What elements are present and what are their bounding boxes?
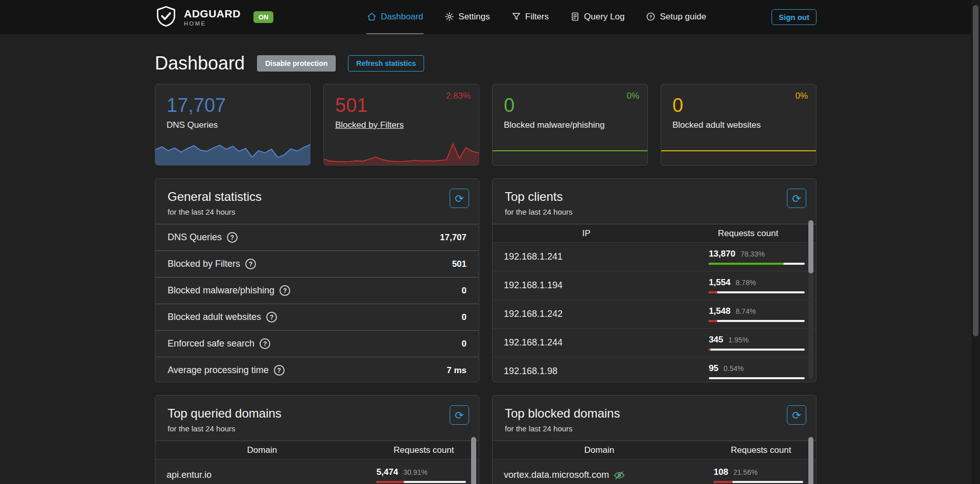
table-header-row: IPRequests count [493, 224, 816, 242]
requests-count-cell: 13,87078.33% [680, 249, 816, 265]
help-circle-icon[interactable]: ? [279, 285, 290, 296]
table-row: 192.168.1.1941,5548.78% [493, 271, 816, 299]
panel-title: Top clients [505, 190, 804, 204]
nav-item-label: Filters [525, 12, 549, 22]
sparkline-chart-blocked-by-filters[interactable] [324, 139, 479, 165]
sparkline-flatline-blocked-malware-phishing [493, 150, 647, 151]
progress-bar [709, 377, 805, 379]
top-queried-domains-table: DomainRequests countapi.entur.io5,47430.… [155, 441, 479, 484]
requests-count-cell: 950.54% [680, 363, 816, 379]
tracker-eye-icon [614, 470, 625, 481]
nav-item-settings[interactable]: Settings [444, 0, 490, 34]
requests-count-cell: 1,5548.78% [680, 278, 816, 293]
requests-percent: 21.56% [733, 468, 757, 476]
scrollbar-thumb[interactable] [471, 437, 476, 484]
help-circle-icon[interactable]: ? [260, 338, 270, 349]
general-stat-label: Blocked malware/phishing [168, 285, 274, 296]
refresh-statistics-button[interactable]: Refresh statistics [348, 55, 424, 72]
stat-cards-row: 17,707DNS Queries2.83%501Blocked by Filt… [155, 84, 816, 166]
progress-bar-fill [709, 320, 717, 322]
general-stat-label: DNS Queries [168, 232, 222, 243]
nav-item-query-log[interactable]: Query Log [570, 0, 625, 34]
table-header-row: DomainRequests count [493, 441, 816, 459]
stat-card-label: DNS Queries [167, 120, 218, 130]
scrollbar-thumb[interactable] [808, 437, 813, 484]
refresh-panel-button[interactable]: ⟳ [787, 189, 806, 208]
panel-subtitle: for the last 24 hours [505, 208, 804, 216]
page-title: Dashboard [155, 53, 245, 74]
general-stat-value: 0 [462, 339, 466, 349]
nav-item-filters[interactable]: Filters [511, 0, 549, 34]
panel-scrollbar[interactable] [808, 437, 813, 484]
progress-bar [709, 320, 805, 322]
sparkline-chart-dns-queries[interactable] [155, 139, 310, 165]
requests-count: 108 [714, 467, 728, 477]
protection-status-badge: ON [253, 11, 274, 23]
panel-scrollbar[interactable] [471, 437, 476, 484]
logo-subtitle: HOME [184, 21, 241, 27]
panels-grid: General statistics for the last 24 hours… [155, 178, 816, 484]
scrollbar-thumb[interactable] [808, 220, 813, 273]
sign-out-button[interactable]: Sign out [772, 9, 816, 25]
refresh-panel-button[interactable]: ⟳ [450, 405, 469, 425]
table-header-ip: IP [493, 228, 680, 239]
adguard-home-logo[interactable]: ADGUARD HOME ON [155, 0, 273, 34]
general-stat-row: Average processing time?7 ms [155, 357, 479, 382]
help-circle-icon[interactable]: ? [274, 365, 285, 376]
general-stat-row: Enforced safe search?0 [155, 330, 479, 357]
panel-scrollbar[interactable] [808, 220, 813, 379]
progress-bar [714, 481, 803, 483]
refresh-panel-button[interactable]: ⟳ [450, 189, 469, 208]
panel-header: General statistics for the last 24 hours [155, 179, 479, 224]
stat-card-blocked-malware-phishing: 0%0Blocked malware/phishing [492, 84, 648, 166]
sparkline-flatline-blocked-adult-websites [661, 150, 816, 151]
panel-header: Top queried domains for the last 24 hour… [155, 396, 479, 441]
requests-count-cell: 5,47430.91% [369, 467, 479, 483]
app-viewport: ADGUARD HOME ON DashboardSettingsFilters… [0, 0, 971, 484]
general-stat-value: 501 [452, 259, 466, 269]
table-row: api.entur.io5,47430.91% [155, 459, 479, 484]
refresh-panel-button[interactable]: ⟳ [787, 405, 806, 425]
panel-title: Top blocked domains [505, 406, 804, 421]
document-icon [570, 12, 580, 21]
panel-subtitle: for the last 24 hours [168, 424, 466, 433]
help-circle-icon[interactable]: ? [227, 232, 238, 243]
help-circle-icon: ? [646, 12, 656, 21]
page-scrollbar-thumb[interactable] [973, 5, 978, 336]
table-row: 192.168.1.2421,5488.74% [493, 299, 816, 328]
nav-item-dashboard[interactable]: Dashboard [366, 0, 424, 34]
panel-subtitle: for the last 24 hours [168, 208, 466, 216]
help-circle-icon[interactable]: ? [245, 259, 256, 269]
progress-bar [709, 291, 805, 293]
client-ip: 192.168.1.241 [504, 251, 563, 262]
progress-bar-fill [709, 291, 717, 293]
general-stat-label: Average processing time [168, 365, 269, 376]
general-stat-value: 7 ms [447, 365, 466, 376]
requests-count-cell: 1,5488.74% [680, 306, 816, 322]
table-header-row: DomainRequests count [155, 441, 479, 459]
client-ip: 192.168.1.98 [504, 366, 557, 377]
shield-check-logo-icon [155, 5, 177, 30]
stat-card-dns-queries: 17,707DNS Queries [155, 84, 311, 166]
panel-header: Top blocked domains for the last 24 hour… [493, 396, 816, 441]
requests-count: 95 [709, 363, 718, 374]
progress-bar [377, 481, 466, 483]
panel-subtitle: for the last 24 hours [505, 424, 804, 433]
general-statistics-panel: General statistics for the last 24 hours… [155, 178, 479, 382]
top-clients-table: IPRequests count192.168.1.24113,87078.33… [493, 224, 816, 382]
help-circle-icon[interactable]: ? [266, 312, 277, 322]
general-stat-value: 17,707 [440, 233, 466, 243]
refresh-icon: ⟳ [455, 410, 464, 421]
general-stat-value: 0 [462, 312, 466, 322]
requests-count: 345 [709, 335, 723, 345]
progress-bar [709, 263, 805, 265]
page-scrollbar[interactable] [971, 0, 980, 484]
disable-protection-button[interactable]: Disable protection [257, 55, 336, 72]
home-icon [367, 12, 377, 21]
nav-item-setup-guide[interactable]: ?Setup guide [645, 0, 707, 34]
general-stat-row: Blocked adult websites?0 [155, 304, 479, 330]
general-stat-value: 0 [462, 286, 466, 296]
stat-card-percent: 2.83% [446, 91, 471, 101]
stat-card-label-link[interactable]: Blocked by Filters [335, 120, 404, 130]
general-stat-row: Blocked by Filters?501 [155, 250, 479, 277]
